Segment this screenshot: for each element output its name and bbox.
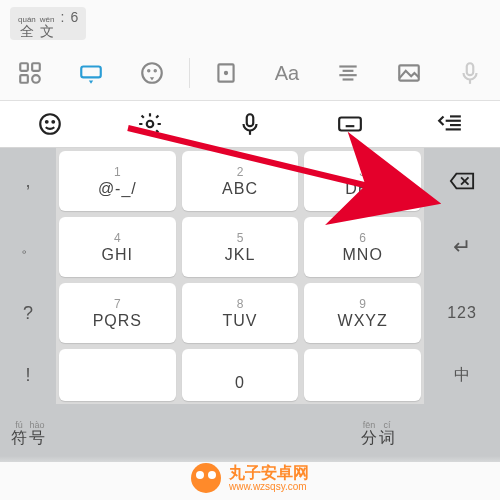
key-2-abc[interactable]: 2ABC [182, 151, 299, 211]
settings-button[interactable] [100, 101, 200, 147]
face-icon[interactable] [122, 46, 183, 100]
numeric-key[interactable]: 123 [424, 280, 500, 346]
svg-rect-2 [21, 75, 29, 83]
svg-point-17 [40, 114, 60, 134]
bottom-blank-right[interactable] [424, 404, 500, 462]
key-6-mno[interactable]: 6MNO [304, 217, 421, 277]
mic-dim-icon[interactable] [439, 46, 500, 100]
ime-toolbar [0, 101, 500, 148]
bottom-blank-1[interactable] [56, 404, 148, 462]
keyboard-accent-icon[interactable] [61, 46, 122, 100]
svg-rect-1 [33, 63, 41, 71]
key-1[interactable]: 1@-_/ [59, 151, 176, 211]
mic-button[interactable] [200, 101, 300, 147]
fulltext-chip[interactable]: quán全 wén文 : 6 [10, 7, 86, 40]
key-3-def[interactable]: 3DEF [304, 151, 421, 211]
lang-key[interactable]: 中 [424, 346, 500, 404]
space-key[interactable] [148, 404, 332, 462]
svg-point-18 [46, 121, 48, 123]
apps-icon[interactable] [0, 46, 61, 100]
key-blank-right[interactable] [304, 349, 421, 401]
keypad: , 1@-_/ 2ABC 3DEF 。 4GHI 5JKL 6MNO ↵ ? 7… [0, 148, 500, 462]
svg-rect-15 [466, 63, 473, 75]
svg-rect-23 [339, 118, 361, 131]
enter-key[interactable]: ↵ [424, 214, 500, 280]
fenci-key[interactable]: fēn分 cí词 [332, 404, 424, 462]
punct-exclaim[interactable]: ! [0, 346, 56, 404]
app-iconbar: Aa [0, 46, 500, 101]
key-4-ghi[interactable]: 4GHI [59, 217, 176, 277]
svg-rect-0 [21, 63, 29, 71]
watermark-url: www.wzsqsy.com [229, 481, 309, 492]
key-9-wxyz[interactable]: 9WXYZ [304, 283, 421, 343]
svg-point-6 [148, 70, 149, 71]
symbol-key[interactable]: fú符 hào号 [0, 404, 56, 462]
svg-point-20 [147, 121, 154, 128]
svg-point-3 [33, 75, 41, 83]
backspace-key[interactable] [424, 148, 500, 214]
punct-period[interactable]: 。 [0, 214, 56, 280]
align-icon[interactable] [317, 46, 378, 100]
punct-question[interactable]: ? [0, 280, 56, 346]
watermark-logo-icon [191, 463, 221, 493]
separator [189, 58, 190, 88]
watermark-text: 丸子安卓网 [229, 464, 309, 482]
punct-comma[interactable]: , [0, 148, 56, 214]
font-icon[interactable]: Aa [257, 46, 318, 100]
svg-rect-21 [247, 114, 254, 126]
key-0[interactable]: 0 [182, 349, 299, 401]
watermark: 丸子安卓网 www.wzsqsy.com [0, 456, 500, 500]
keyboard-button[interactable] [300, 101, 400, 147]
key-8-tuv[interactable]: 8TUV [182, 283, 299, 343]
key-5-jkl[interactable]: 5JKL [182, 217, 299, 277]
candidate-bar: quán全 wén文 : 6 [0, 0, 500, 46]
image-icon[interactable] [378, 46, 439, 100]
svg-rect-4 [82, 67, 102, 78]
key-7-pqrs[interactable]: 7PQRS [59, 283, 176, 343]
emoji-button[interactable] [0, 101, 100, 147]
svg-point-9 [225, 72, 227, 74]
svg-point-7 [155, 70, 156, 71]
bottom-row: fú符 hào号 fēn分 cí词 [0, 404, 500, 462]
rect-icon[interactable] [196, 46, 257, 100]
key-blank-left[interactable] [59, 349, 176, 401]
svg-point-19 [52, 121, 54, 123]
list-button[interactable] [400, 101, 500, 147]
